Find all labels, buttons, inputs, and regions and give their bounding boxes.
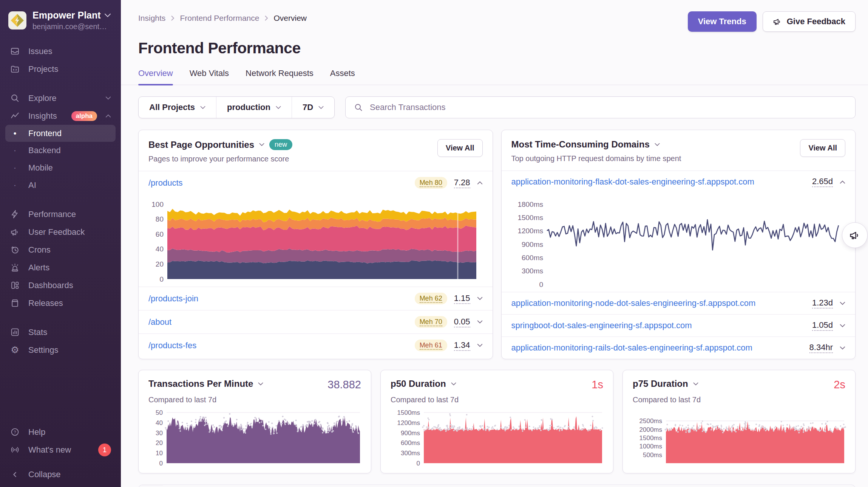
view-all-opportunities-button[interactable]: View All — [437, 139, 483, 157]
chevron-left-icon — [10, 469, 20, 479]
opportunity-row-about[interactable]: /about Meh 70 0.05 — [139, 310, 493, 333]
p75-duration-panel: p75 Duration 2s Compared to last 7d 2500… — [622, 370, 856, 473]
sidebar-item-stats[interactable]: Stats — [0, 323, 121, 341]
transaction-link[interactable]: /products-join — [148, 294, 198, 304]
domain-row-node[interactable]: application-monitoring-node-dot-sales-en… — [502, 292, 856, 314]
panel-title[interactable]: p75 Duration — [633, 378, 688, 389]
megaphone-icon — [849, 230, 860, 241]
svg-text:20: 20 — [156, 439, 163, 447]
col-tpm[interactable]: TPM↓ — [443, 486, 518, 487]
sidebar-item-collapse[interactable]: Collapse — [0, 465, 121, 483]
domain-time-value[interactable]: 8.34hr — [809, 343, 833, 353]
opportunity-row-products-fes[interactable]: /products-fes Meh 61 1.34 — [139, 333, 493, 357]
tpm-area-chart[interactable]: 50403020100 — [148, 407, 362, 468]
sidebar-item-performance[interactable]: Performance — [0, 205, 121, 223]
panel-title[interactable]: Best Page Opportunities — [148, 140, 254, 150]
domain-link[interactable]: springboot-dot-sales-engineering-sf.apps… — [511, 321, 692, 330]
sidebar-item-dashboards[interactable]: Dashboards — [0, 276, 121, 294]
opportunity-value[interactable]: 1.15 — [454, 293, 470, 304]
breadcrumb-overview[interactable]: Overview — [273, 14, 307, 23]
svg-text:2500ms: 2500ms — [639, 417, 662, 425]
view-trends-button[interactable]: View Trends — [688, 11, 757, 32]
domain-row-flask[interactable]: application-monitoring-flask-dot-sales-e… — [502, 171, 856, 193]
search-transactions-input[interactable] — [369, 102, 847, 113]
col-p95[interactable]: P95() — [650, 486, 718, 487]
domain-time-value[interactable]: 1.05d — [812, 320, 833, 331]
user-email: benjamin.coe@sent… — [32, 22, 111, 31]
col-users[interactable]: USERS — [718, 486, 775, 487]
domain-duration-line-chart[interactable]: 1800ms1500ms1200ms900ms600ms300ms0 — [509, 194, 841, 289]
transaction-link[interactable]: /products — [148, 178, 183, 188]
opportunity-row-products-join[interactable]: /products-join Meh 62 1.15 — [139, 287, 493, 310]
sidebar-item-explore[interactable]: Explore — [0, 89, 121, 107]
sidebar-item-projects[interactable]: Projects — [0, 60, 121, 78]
panel-title[interactable]: Transactions Per Minute — [148, 378, 253, 389]
panel-title[interactable]: p50 Duration — [391, 378, 446, 389]
sidebar-item-help[interactable]: ? Help — [0, 423, 121, 441]
domain-time-value[interactable]: 1.23d — [812, 298, 833, 309]
col-user-misery[interactable]: USER MISERY — [775, 486, 855, 487]
chevron-down-icon[interactable] — [840, 324, 845, 327]
col-p50[interactable]: P50() — [518, 486, 586, 487]
opportunity-row-products[interactable]: /products Meh 80 7.28 — [139, 171, 493, 194]
chevron-down-icon — [693, 382, 698, 386]
org-switcher[interactable]: Empower Plant benjamin.coe@sent… — [0, 8, 121, 42]
domain-link[interactable]: application-monitoring-flask-dot-sales-e… — [511, 177, 754, 187]
breadcrumb: Insights Frontend Performance Overview — [138, 11, 307, 23]
p50-area-chart[interactable]: 1500ms1200ms900ms600ms300ms0 — [391, 407, 604, 468]
opportunity-value[interactable]: 1.34 — [454, 340, 470, 351]
tab-assets[interactable]: Assets — [330, 68, 355, 85]
opportunity-value[interactable]: 0.05 — [454, 317, 470, 327]
sidebar-item-whats-new[interactable]: What's new 1 — [0, 441, 121, 459]
feedback-fab-button[interactable] — [842, 222, 868, 248]
breadcrumb-insights[interactable]: Insights — [138, 14, 165, 23]
transaction-link[interactable]: /products-fes — [148, 341, 196, 351]
p75-area-chart[interactable]: 2500ms2000ms1500ms1000ms500ms — [633, 407, 846, 468]
bullet-icon: · — [10, 180, 20, 190]
chevron-up-icon[interactable] — [840, 180, 845, 184]
chevron-down-icon[interactable] — [840, 346, 845, 350]
breadcrumb-frontend-performance[interactable]: Frontend Performance — [180, 14, 259, 23]
opportunity-score-stacked-area-chart[interactable]: 100806040200 — [146, 196, 479, 284]
give-feedback-button[interactable]: Give Feedback — [763, 11, 856, 32]
domain-time-value[interactable]: 2.65d — [812, 177, 833, 187]
star-column-header[interactable] — [139, 485, 163, 487]
transaction-link[interactable]: /about — [148, 317, 171, 327]
sidebar-item-label: Mobile — [28, 163, 111, 173]
domain-link[interactable]: application-monitoring-rails-dot-sales-e… — [511, 343, 752, 353]
sidebar-item-releases[interactable]: Releases — [0, 294, 121, 312]
col-transaction[interactable]: TRANSACTION — [163, 486, 293, 487]
sidebar-item-alerts[interactable]: Alerts — [0, 259, 121, 276]
sidebar-item-label: Performance — [28, 209, 111, 219]
tab-overview[interactable]: Overview — [138, 68, 173, 85]
sidebar-item-backend[interactable]: · Backend — [0, 142, 121, 159]
col-operation[interactable]: OPERATION — [293, 486, 390, 487]
opportunity-value[interactable]: 7.28 — [454, 178, 470, 188]
chevron-up-icon[interactable] — [477, 181, 483, 185]
project-filter[interactable]: All Projects — [139, 97, 216, 118]
panel-title[interactable]: Most Time-Consuming Domains — [511, 139, 650, 150]
date-range-filter[interactable]: 7D — [292, 97, 334, 118]
tab-network-requests[interactable]: Network Requests — [246, 68, 314, 85]
tab-web-vitals[interactable]: Web Vitals — [190, 68, 229, 85]
environment-filter[interactable]: production — [216, 97, 292, 118]
chevron-down-icon[interactable] — [477, 320, 483, 324]
sidebar-item-frontend[interactable]: • Frontend — [5, 125, 116, 142]
domain-link[interactable]: application-monitoring-node-dot-sales-en… — [511, 298, 756, 308]
col-project[interactable]: PROJECT — [390, 486, 443, 487]
chevron-down-icon[interactable] — [477, 297, 483, 300]
sidebar-item-ai[interactable]: · AI — [0, 177, 121, 194]
sidebar-item-user-feedback[interactable]: User Feedback — [0, 223, 121, 241]
alpha-badge: alpha — [71, 111, 97, 121]
col-p75[interactable]: P75() — [586, 486, 650, 487]
sidebar-item-settings[interactable]: ⚙ Settings — [0, 341, 121, 359]
chevron-down-icon[interactable] — [477, 344, 483, 347]
domain-row-rails[interactable]: application-monitoring-rails-dot-sales-e… — [502, 337, 856, 359]
domain-row-springboot[interactable]: springboot-dot-sales-engineering-sf.apps… — [502, 314, 856, 337]
sidebar-item-issues[interactable]: Issues — [0, 42, 121, 60]
sidebar-item-insights[interactable]: Insights alpha — [0, 107, 121, 125]
view-all-domains-button[interactable]: View All — [800, 139, 845, 157]
sidebar-item-mobile[interactable]: · Mobile — [0, 159, 121, 177]
chevron-down-icon[interactable] — [840, 302, 845, 305]
sidebar-item-crons[interactable]: Crons — [0, 241, 121, 259]
